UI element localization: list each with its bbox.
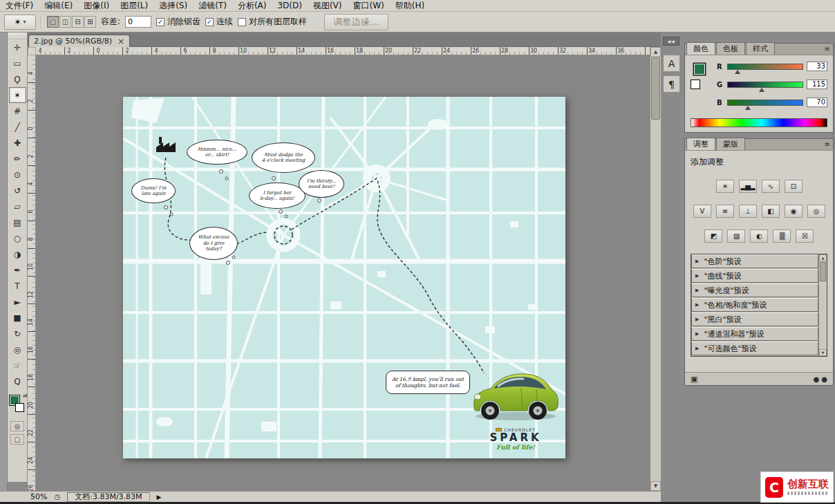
scroll-up-icon[interactable]: ▲ (819, 254, 827, 261)
left-dock-edge[interactable] (0, 32, 8, 502)
menu-layer[interactable]: 图层(L) (115, 0, 153, 11)
dodge-tool[interactable]: ◑ (9, 246, 26, 262)
character-panel-button[interactable]: A (663, 55, 680, 72)
tab-adjustments[interactable]: 调整 (686, 138, 715, 150)
curves-button[interactable]: ∿ (762, 180, 780, 193)
menu-window[interactable]: 窗口(W) (348, 0, 390, 11)
menu-image[interactable]: 图像(I) (78, 0, 115, 11)
expand-arrow-icon[interactable]: ▶ (695, 302, 699, 308)
tab-masks[interactable]: 蒙版 (716, 138, 745, 150)
gradient-tool[interactable]: ▤ (9, 214, 26, 230)
3d-orbit-tool[interactable]: ◎ (9, 342, 26, 357)
preset-selective-color[interactable]: ▶ "可选颜色"预设 (691, 342, 818, 355)
black-white-button[interactable]: ◧ (762, 205, 780, 218)
menu-file[interactable]: 文件(F) (0, 0, 39, 11)
collapse-dock-button[interactable]: ◀◀ (663, 37, 679, 46)
close-icon[interactable]: × (118, 38, 124, 45)
pen-tool[interactable]: ✒ (9, 262, 26, 278)
blur-tool[interactable]: ○ (9, 230, 26, 246)
quick-selection-tool[interactable]: ✶ (9, 87, 26, 103)
scrollbar-thumb[interactable] (820, 262, 826, 281)
switch-panel-view-icon[interactable]: ▣ (691, 375, 697, 384)
scroll-down-icon[interactable]: ▼ (650, 481, 661, 491)
paragraph-panel-button[interactable]: ¶ (663, 75, 680, 93)
expand-arrow-icon[interactable]: ▶ (695, 259, 699, 264)
posterize-button[interactable]: ▨ (727, 230, 745, 243)
checkbox-box[interactable] (238, 18, 246, 26)
brush-tool[interactable]: ✏ (9, 151, 26, 167)
tab-color[interactable]: 颜色 (686, 42, 715, 55)
levels-button[interactable]: ▂▅▂ (739, 180, 757, 193)
lasso-tool[interactable]: Ϙ (9, 71, 26, 87)
swap-colors-icon[interactable]: ⇄ (23, 393, 28, 399)
preset-list-scrollbar[interactable]: ▲ ▼ (818, 254, 827, 356)
eraser-tool[interactable]: ▱ (9, 198, 26, 214)
tab-swatches[interactable]: 色板 (716, 42, 745, 55)
brightness-contrast-button[interactable]: ☀ (716, 180, 734, 193)
intersect-selection-button[interactable]: ⊞ (84, 16, 96, 28)
preset-exposure[interactable]: ▶ "曝光度"预设 (691, 283, 818, 297)
exposure-button[interactable]: ⊡ (785, 180, 803, 193)
channel-mixer-button[interactable]: ◎ (807, 205, 825, 218)
add-to-selection-button[interactable]: ◫ (59, 16, 71, 28)
background-color-swatch[interactable] (691, 80, 700, 89)
menu-filter[interactable]: 滤镜(T) (193, 0, 232, 11)
vibrance-button[interactable]: V (693, 205, 711, 218)
status-menu-arrow-icon[interactable]: ▶ (157, 494, 162, 501)
toolbox-grip[interactable] (8, 32, 27, 39)
type-tool[interactable]: T (9, 278, 26, 294)
menu-edit[interactable]: 编辑(E) (39, 0, 78, 11)
expand-arrow-icon[interactable]: ▶ (695, 288, 699, 293)
menu-help[interactable]: 帮助(H) (390, 0, 430, 11)
new-selection-button[interactable]: ▢ (47, 16, 59, 28)
zoom-tool[interactable]: Q (9, 373, 26, 389)
vertical-scrollbar[interactable]: ▲ ▼ (650, 47, 661, 491)
red-slider[interactable] (727, 64, 803, 70)
scroll-down-icon[interactable]: ▼ (819, 349, 827, 356)
slider-thumb[interactable] (745, 106, 751, 110)
tool-preset-picker[interactable]: ✶ ▾ (4, 15, 36, 30)
foreground-color-swatch[interactable] (693, 63, 706, 75)
healing-brush-tool[interactable]: ✚ (9, 135, 26, 151)
zoom-level-field[interactable]: 50% (30, 492, 47, 501)
gradient-map-button[interactable]: ▒ (773, 230, 791, 243)
expand-arrow-icon[interactable]: ▶ (695, 317, 699, 322)
green-value-field[interactable]: 115 (807, 80, 827, 89)
background-color-swatch[interactable] (15, 403, 24, 412)
menu-view[interactable]: 视图(V) (308, 0, 348, 11)
hue-saturation-button[interactable]: ≡ (716, 205, 734, 218)
tab-styles[interactable]: 样式 (746, 42, 775, 55)
menu-select[interactable]: 选择(S) (153, 0, 193, 11)
path-selection-tool[interactable]: ► (9, 294, 26, 310)
history-brush-tool[interactable]: ↺ (9, 183, 26, 198)
contiguous-checkbox[interactable]: ✓ 连续 (205, 16, 233, 28)
preset-black-white[interactable]: ▶ "黑白"预设 (691, 312, 818, 326)
menu-analysis[interactable]: 分析(A) (232, 0, 272, 11)
preset-curves[interactable]: ▶ "曲线"预设 (691, 269, 818, 283)
threshold-button[interactable]: ◐ (750, 230, 768, 243)
refine-edge-button[interactable]: 调整边缘… (324, 14, 388, 30)
slider-thumb[interactable] (735, 70, 740, 74)
subtract-from-selection-button[interactable]: ⊟ (72, 16, 84, 28)
slider-thumb[interactable] (759, 88, 764, 92)
menu-3d[interactable]: 3D(D) (272, 0, 307, 11)
preset-hue-saturation[interactable]: ▶ "色相/饱和度"预设 (691, 298, 818, 312)
scrollbar-thumb[interactable] (651, 57, 660, 120)
red-value-field[interactable]: 33 (807, 62, 827, 71)
scroll-up-icon[interactable]: ▲ (650, 47, 661, 57)
photo-filter-button[interactable]: ◉ (785, 205, 803, 218)
eyedropper-tool[interactable]: ╱ (9, 119, 26, 135)
document-tab[interactable]: 2.jpg @ 50%(RGB/8) × (28, 35, 130, 47)
blue-value-field[interactable]: 70 (807, 97, 827, 107)
checkbox-box[interactable]: ✓ (205, 18, 214, 26)
expand-arrow-icon[interactable]: ▶ (695, 273, 699, 279)
shape-tool[interactable]: ■ (9, 310, 26, 326)
color-balance-button[interactable]: ⊥ (739, 205, 757, 218)
green-slider[interactable] (727, 82, 803, 88)
canvas-workspace[interactable]: Hmmm... nice... er... skirt! Must dodge … (36, 55, 650, 491)
preset-channel-mixer[interactable]: ▶ "通道混和器"预设 (691, 327, 818, 341)
panel-menu-icon[interactable]: ≡ (825, 45, 830, 53)
toggle-visibility-icon[interactable]: ● (821, 375, 827, 383)
clone-stamp-tool[interactable]: ⊙ (9, 167, 26, 183)
expand-arrow-icon[interactable]: ▶ (695, 331, 699, 337)
